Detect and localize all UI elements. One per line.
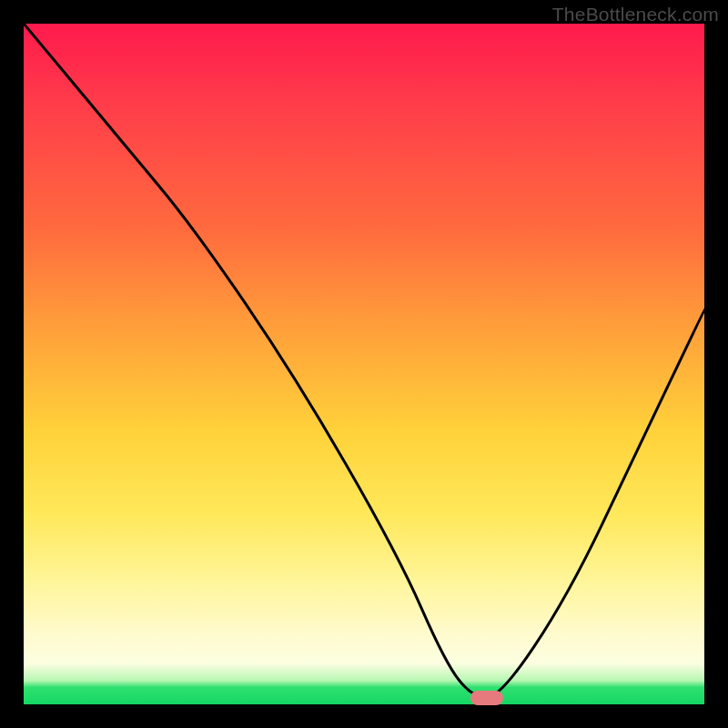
bottleneck-curve bbox=[24, 24, 704, 704]
watermark-text: TheBottleneck.com bbox=[552, 4, 719, 25]
curve-path bbox=[24, 24, 704, 698]
plot-area bbox=[24, 24, 704, 704]
chart-frame: TheBottleneck.com bbox=[0, 0, 728, 728]
optimal-marker bbox=[470, 691, 503, 705]
